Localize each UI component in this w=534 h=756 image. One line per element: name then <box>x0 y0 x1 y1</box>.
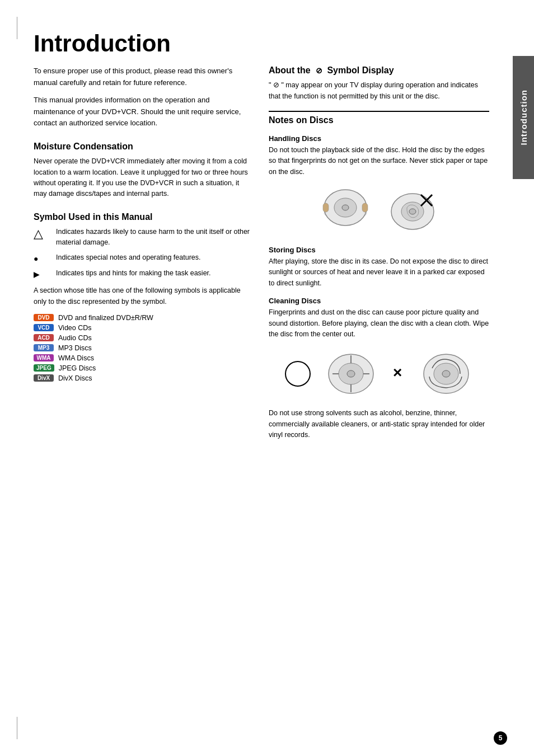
bad-disc-image <box>387 186 438 237</box>
storing-text: After playing, store the disc in its cas… <box>269 256 489 289</box>
badge-mp3: MP3 <box>34 344 54 351</box>
symbol-row-tip: ▶ Indicates tips and hints for making th… <box>34 268 252 279</box>
moisture-text: Never operate the DVD+VCR immediately af… <box>34 156 252 200</box>
sidebar-tab: Introduction <box>513 56 534 179</box>
main-content: Introduction To ensure proper use of thi… <box>0 0 534 478</box>
border-left-bottom <box>17 717 17 739</box>
good-cleaning-image <box>323 349 379 399</box>
svg-point-3 <box>342 205 349 210</box>
disc-label-mp3: MP3 Discs <box>58 344 92 352</box>
solvents-text: Do not use strong solvents such as alcoh… <box>269 408 489 440</box>
badge-wma: WMA <box>34 354 54 361</box>
disc-row-dvd: DVD DVD and finalized DVD±R/RW <box>34 314 252 322</box>
handling-text: Do not touch the playback side of the di… <box>269 145 489 177</box>
border-left-top <box>17 17 17 39</box>
notes-divider <box>269 111 489 112</box>
tip-icon: ▶ <box>34 270 49 278</box>
badge-divx: DivX <box>34 374 54 382</box>
correct-icon <box>284 360 312 388</box>
storing-subheading: Storing Discs <box>269 246 489 254</box>
disc-row-acd: ACD Audio CDs <box>34 334 252 342</box>
symbol-row-warning: △ Indicates hazards likely to cause harm… <box>34 227 252 248</box>
cleaning-disc-images: × <box>269 349 489 399</box>
disc-label-acd: Audio CDs <box>58 334 92 342</box>
badge-dvd: DVD <box>34 314 54 321</box>
intro-para-1: To ensure proper use of this product, pl… <box>34 65 252 89</box>
symbol-row-note: ● Indicates special notes and operating … <box>34 252 252 263</box>
warning-icon: △ <box>34 228 49 240</box>
symbol-warning-text: Indicates hazards likely to cause harm t… <box>56 227 252 248</box>
svg-point-14 <box>347 370 355 377</box>
right-column: About the ⊘ Symbol Display " ⊘ " may app… <box>269 65 489 445</box>
good-disc-image <box>320 186 371 237</box>
sidebar-tab-label: Introduction <box>519 90 528 145</box>
disc-row-divx: DivX DivX Discs <box>34 374 252 382</box>
disc-label-wma: WMA Discs <box>58 354 94 362</box>
about-symbol-text: " ⊘ " may appear on your TV display duri… <box>269 80 489 102</box>
disc-label-jpeg: JPEG Discs <box>59 364 96 372</box>
notes-discs-heading: Notes on Discs <box>269 115 489 126</box>
intro-para-2: This manual provides information on the … <box>34 95 252 129</box>
symbol-manual-heading: Symbol Used in this Manual <box>34 212 252 222</box>
left-column: To ensure proper use of this product, pl… <box>34 65 252 445</box>
page-title: Introduction <box>34 31 489 57</box>
page-number: 5 <box>494 731 507 745</box>
svg-rect-4 <box>323 203 329 212</box>
symbol-tip-text: Indicates tips and hints for making the … <box>56 268 211 279</box>
disc-row-vcd: VCD Video CDs <box>34 324 252 332</box>
cleaning-text: Fingerprints and dust on the disc can ca… <box>269 307 489 340</box>
moisture-heading: Moisture Condensation <box>34 142 252 152</box>
svg-point-11 <box>285 361 310 386</box>
badge-vcd: VCD <box>34 324 54 331</box>
disc-row-mp3: MP3 MP3 Discs <box>34 344 252 352</box>
handling-subheading: Handling Discs <box>269 134 489 143</box>
about-symbol-heading: About the ⊘ Symbol Display <box>269 65 489 76</box>
two-column-layout: To ensure proper use of this product, pl… <box>34 65 489 445</box>
section-note-text: A section whose title has one of the fol… <box>34 285 252 307</box>
badge-acd: ACD <box>34 334 54 341</box>
handling-disc-images <box>269 186 489 237</box>
bad-cleaning-image <box>418 349 474 399</box>
disc-row-jpeg: JPEG JPEG Discs <box>34 364 252 372</box>
x-separator: × <box>390 360 407 388</box>
svg-point-8 <box>409 209 416 214</box>
badge-jpeg: JPEG <box>34 364 54 372</box>
svg-text:×: × <box>393 364 402 381</box>
disc-types-list: DVD DVD and finalized DVD±R/RW VCD Video… <box>34 314 252 382</box>
disc-label-dvd: DVD and finalized DVD±R/RW <box>58 314 153 322</box>
disc-label-divx: DivX Discs <box>58 374 92 382</box>
svg-point-22 <box>442 370 450 377</box>
svg-rect-5 <box>362 203 368 212</box>
note-icon: ● <box>34 255 49 262</box>
symbol-note-text: Indicates special notes and operating fe… <box>56 252 201 263</box>
cleaning-subheading: Cleaning Discs <box>269 297 489 305</box>
disc-row-wma: WMA WMA Discs <box>34 354 252 362</box>
disc-label-vcd: Video CDs <box>58 324 92 332</box>
